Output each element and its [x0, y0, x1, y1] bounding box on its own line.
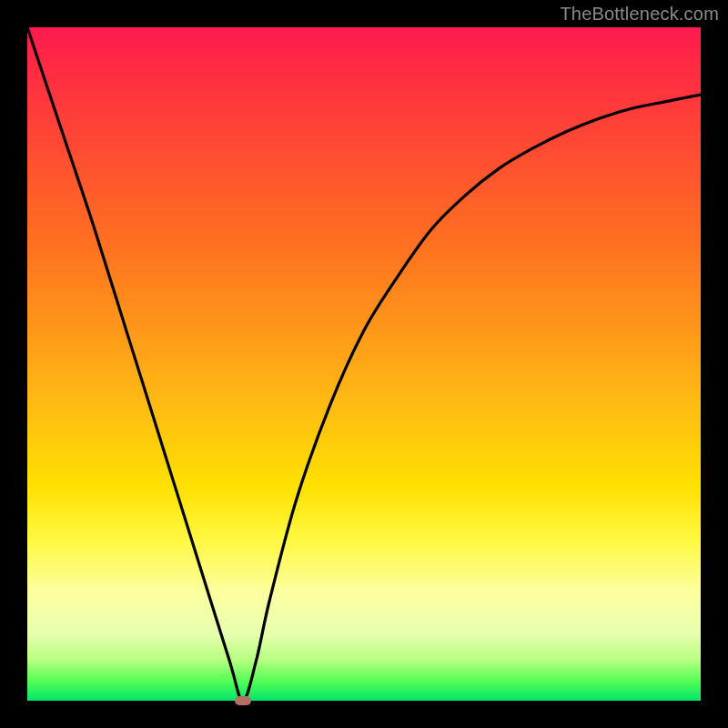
- curve-svg: [27, 27, 701, 701]
- plot-area: [27, 27, 701, 701]
- bottleneck-curve: [27, 27, 701, 701]
- minimum-marker: [235, 696, 251, 705]
- watermark-text: TheBottleneck.com: [560, 4, 719, 25]
- chart-frame: TheBottleneck.com: [0, 0, 728, 728]
